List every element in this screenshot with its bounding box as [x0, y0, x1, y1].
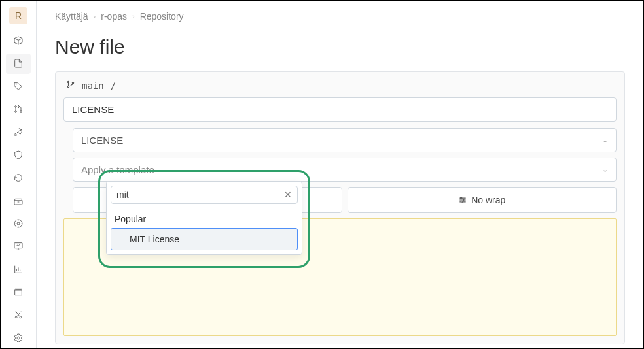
template-type-value: LICENSE — [81, 135, 123, 146]
svg-point-8 — [15, 316, 17, 318]
wiki-icon[interactable] — [6, 282, 31, 303]
monitor-icon[interactable] — [6, 237, 31, 257]
dropdown-option-mit[interactable]: MIT License — [111, 228, 298, 250]
avatar[interactable]: R — [9, 7, 27, 24]
snippets-icon[interactable] — [6, 305, 31, 325]
merge-request-icon[interactable] — [6, 99, 31, 120]
branch-row: main / — [63, 80, 617, 97]
operations-icon[interactable] — [6, 214, 31, 234]
apply-template-select[interactable]: Apply a template ⌄ — [73, 158, 617, 182]
breadcrumb-section[interactable]: Repository — [140, 11, 184, 22]
filename-input[interactable] — [63, 97, 617, 122]
svg-point-1 — [15, 106, 17, 108]
rocket-icon[interactable] — [6, 122, 31, 142]
svg-point-2 — [15, 111, 17, 113]
file-icon[interactable] — [6, 54, 31, 74]
svg-point-11 — [67, 81, 69, 82]
deploy-icon[interactable] — [6, 168, 31, 188]
analytics-icon[interactable] — [6, 259, 31, 280]
chevron-right-icon: › — [132, 12, 135, 20]
svg-rect-7 — [15, 290, 22, 295]
svg-point-14 — [461, 197, 462, 199]
template-type-select[interactable]: LICENSE ⌄ — [73, 128, 617, 152]
svg-point-3 — [20, 111, 22, 113]
tag-icon[interactable] — [6, 76, 31, 97]
chevron-down-icon: ⌄ — [602, 136, 608, 144]
shield-icon[interactable] — [6, 145, 31, 165]
clear-icon[interactable]: ✕ — [284, 190, 292, 200]
svg-point-5 — [14, 220, 22, 227]
svg-point-13 — [72, 82, 73, 84]
chevron-down-icon: ⌄ — [602, 165, 608, 174]
branch-icon — [66, 80, 75, 91]
template-search-input[interactable] — [116, 190, 284, 200]
template-dropdown: ✕ Popular MIT License — [106, 181, 302, 255]
svg-point-0 — [16, 84, 16, 84]
svg-point-4 — [17, 222, 20, 225]
nowrap-label: No wrap — [471, 195, 505, 205]
package-icon[interactable] — [6, 191, 31, 211]
settings-icon[interactable] — [6, 328, 31, 348]
svg-point-12 — [67, 86, 69, 87]
branch-name[interactable]: main — [82, 80, 104, 91]
breadcrumb-project[interactable]: r-opas — [101, 11, 127, 22]
dropdown-group-label: Popular — [107, 208, 302, 227]
chevron-right-icon: › — [94, 12, 96, 20]
project-icon[interactable] — [6, 31, 31, 51]
main-content: Käyttäjä › r-opas › Repository New file … — [37, 1, 643, 348]
svg-point-9 — [20, 316, 22, 318]
breadcrumb: Käyttäjä › r-opas › Repository — [55, 11, 625, 22]
apply-template-placeholder: Apply a template — [81, 164, 154, 175]
svg-point-10 — [17, 337, 20, 339]
path-separator: / — [111, 80, 116, 91]
nowrap-toggle[interactable]: No wrap — [348, 187, 617, 213]
sidebar: R — [1, 1, 37, 348]
svg-point-15 — [463, 199, 465, 201]
svg-point-16 — [461, 201, 463, 203]
breadcrumb-user[interactable]: Käyttäjä — [55, 11, 88, 22]
page-title: New file — [55, 36, 625, 58]
sliders-icon — [458, 195, 467, 205]
